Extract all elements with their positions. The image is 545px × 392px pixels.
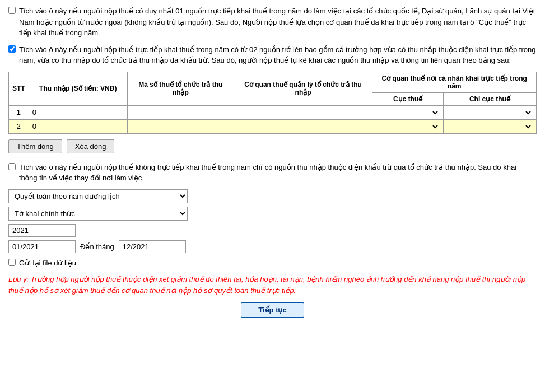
select-chi-cuc-1[interactable] — [447, 108, 533, 117]
select-cuc-2[interactable] — [376, 122, 439, 131]
them-dong-button[interactable]: Thêm dòng — [8, 139, 62, 153]
input-cq-ql-2[interactable] — [237, 122, 369, 130]
checkbox2-row: Tích vào ô này nếu người nộp thuế trực t… — [8, 44, 537, 66]
cell-cuc-2[interactable] — [372, 119, 443, 133]
checkbox-gui-row: Gửi lại file dữ liệu — [8, 258, 537, 269]
select-chi-cuc-2[interactable] — [447, 122, 533, 131]
col-cuc-thue: Cục thuế — [372, 92, 443, 105]
cell-thu-nhap-1[interactable] — [29, 105, 127, 119]
checkbox3-input[interactable] — [8, 163, 16, 170]
checkbox2-text: Tích vào ô này nếu người nộp thuế trực t… — [19, 44, 537, 66]
input-cq-ql-1[interactable] — [237, 108, 369, 116]
cell-ma-so-1[interactable] — [127, 105, 234, 119]
cell-cq-ql-2[interactable] — [234, 119, 372, 133]
checkbox1-row: Tích vào ô này nếu người nộp thuế có duy… — [8, 6, 537, 39]
dropdown1-row: Quyết toán theo năm dương lịch — [8, 189, 537, 203]
year-input[interactable] — [8, 224, 76, 237]
col-ma-so-thue: Mã số thuế tổ chức trả thu nhập — [127, 72, 234, 105]
table-actions: Thêm dòng Xóa dòng — [8, 139, 537, 153]
input-thu-nhap-1[interactable] — [32, 108, 124, 116]
tiep-tuc-button[interactable]: Tiếp tục — [241, 302, 304, 318]
cell-chi-cuc-2[interactable] — [443, 119, 536, 133]
checkbox2-input[interactable] — [8, 45, 16, 53]
col-chi-cuc-thue: Chi cục thuế — [443, 92, 536, 105]
year-row — [8, 224, 537, 237]
cell-thu-nhap-2[interactable] — [29, 119, 127, 133]
checkbox3-row: Tích vào ô này nếu người nộp thuế không … — [8, 162, 537, 184]
den-thang-label: Đến tháng — [80, 242, 114, 251]
table-row: 2 — [9, 119, 537, 133]
cell-stt-1: 1 — [9, 105, 29, 119]
input-ma-so-2[interactable] — [131, 122, 230, 130]
input-ma-so-1[interactable] — [131, 108, 230, 116]
select-cuc-1[interactable] — [376, 108, 439, 117]
month-to-input[interactable] — [119, 240, 186, 253]
checkbox-gui-input[interactable] — [8, 259, 16, 266]
checkbox1-text: Tích vào ô này nếu người nộp thuế có duy… — [19, 6, 537, 39]
col-stt: STT — [9, 72, 29, 105]
dropdown1-select[interactable]: Quyết toán theo năm dương lịch — [8, 189, 188, 203]
cell-cuc-1[interactable] — [372, 105, 443, 119]
col-co-quan-thue-noi: Cơ quan thuế nơi cá nhân khai trực tiếp … — [372, 72, 537, 92]
dropdown2-select[interactable]: Tờ khai chính thức — [8, 207, 188, 221]
input-thu-nhap-2[interactable] — [32, 122, 124, 130]
cell-cq-ql-1[interactable] — [234, 105, 372, 119]
cell-stt-2: 2 — [9, 119, 29, 133]
col-co-quan-thue-ql: Cơ quan thuế quản lý tổ chức trả thu nhậ… — [234, 72, 372, 105]
income-table: STT Thu nhập (Số tiền: VNĐ) Mã số thuế t… — [8, 72, 537, 134]
table-row: 1 — [9, 105, 537, 119]
month-from-input[interactable] — [8, 240, 76, 253]
checkbox-gui-text: Gửi lại file dữ liệu — [19, 258, 76, 269]
month-row: Đến tháng — [8, 240, 537, 253]
tiep-tuc-row: Tiếp tục — [8, 302, 537, 318]
cell-ma-so-2[interactable] — [127, 119, 234, 133]
cell-chi-cuc-1[interactable] — [443, 105, 536, 119]
xoa-dong-button[interactable]: Xóa dòng — [67, 139, 115, 153]
col-thu-nhap: Thu nhập (Số tiền: VNĐ) — [29, 72, 127, 105]
warning-text: Lưu ý: Trường hợp người nộp thuế thuộc d… — [8, 274, 537, 296]
checkbox3-text: Tích vào ô này nếu người nộp thuế không … — [19, 162, 537, 184]
dropdown2-row: Tờ khai chính thức — [8, 207, 537, 221]
checkbox1-input[interactable] — [8, 7, 16, 14]
